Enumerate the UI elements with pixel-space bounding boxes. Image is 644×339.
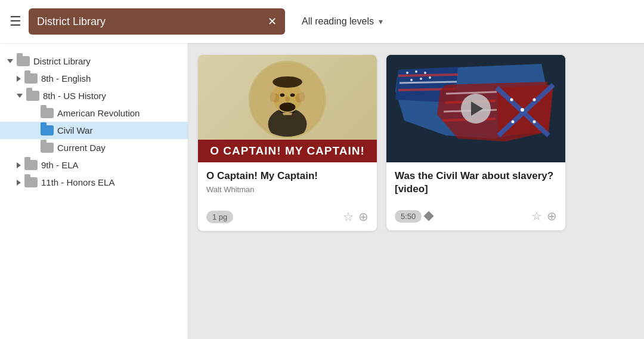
sidebar-item-label: Civil War	[57, 125, 92, 135]
card-caption: O CAPTAIN! MY CAPTAIN!	[198, 140, 377, 162]
sidebar-item-label: Current Day	[57, 143, 106, 153]
card-body-lincoln: O Captain! My Captain! Walt Whitman	[198, 162, 377, 205]
card-body-video: Was the Civil War about slavery? [video]	[386, 162, 565, 204]
folder-icon	[26, 91, 39, 101]
svg-line-17	[398, 75, 458, 76]
sidebar-item-11th-honors-ela[interactable]: 11th - Honors ELA	[0, 174, 188, 191]
svg-point-21	[415, 70, 417, 73]
svg-point-31	[510, 98, 513, 101]
sidebar-item-american-revolution[interactable]: American Revolution	[0, 104, 188, 122]
folder-icon-blue	[41, 125, 54, 135]
card-meta: 5:50	[395, 210, 432, 223]
sidebar: District Library 8th - English 8th - US …	[0, 43, 188, 339]
sidebar-item-8th-english[interactable]: 8th - English	[0, 70, 188, 87]
sidebar-item-civil-war[interactable]: Civil War	[0, 122, 188, 139]
main-layout: District Library 8th - English 8th - US …	[0, 43, 644, 339]
arrow-down-icon	[17, 94, 23, 98]
arrow-right-icon	[17, 180, 21, 186]
sidebar-item-current-day[interactable]: Current Day	[0, 139, 188, 156]
play-triangle-icon	[471, 101, 483, 116]
card-thumbnail-lincoln: O CAPTAIN! MY CAPTAIN!	[198, 55, 377, 162]
card-lincoln: O CAPTAIN! MY CAPTAIN! O Captain! My Cap…	[198, 55, 377, 231]
reading-level-text: All reading levels	[302, 16, 374, 27]
sidebar-item-label: American Revolution	[57, 108, 140, 118]
svg-point-6	[280, 94, 285, 97]
svg-point-22	[424, 72, 426, 74]
card-title: Was the Civil War about slavery? [video]	[395, 170, 557, 196]
svg-point-24	[420, 78, 422, 80]
folder-icon	[17, 56, 30, 66]
card-actions: ☆ ⊕	[531, 209, 557, 223]
sidebar-item-9th-ela[interactable]: 9th - ELA	[0, 156, 188, 174]
top-bar: ☰ District Library ✕ All reading levels …	[0, 0, 644, 43]
folder-icon	[41, 108, 54, 118]
content-area: O CAPTAIN! MY CAPTAIN! O Captain! My Cap…	[188, 43, 644, 339]
svg-point-34	[533, 121, 536, 124]
play-button[interactable]	[461, 94, 491, 124]
reading-level-filter[interactable]: All reading levels ▾	[302, 16, 383, 27]
arrow-right-icon	[17, 76, 21, 82]
sidebar-item-label: 9th - ELA	[41, 160, 79, 170]
svg-point-33	[512, 121, 515, 124]
hamburger-icon[interactable]: ☰	[10, 14, 21, 29]
svg-point-30	[521, 108, 524, 112]
card-footer-lincoln: 1 pg ☆ ⊕	[198, 205, 377, 231]
sidebar-item-label: District Library	[33, 56, 91, 66]
star-icon[interactable]: ☆	[531, 209, 542, 223]
folder-icon	[24, 160, 38, 170]
svg-point-32	[533, 98, 536, 101]
svg-line-18	[400, 82, 457, 83]
card-thumbnail-video	[386, 55, 565, 162]
svg-point-13	[299, 93, 305, 101]
card-author: Walt Whitman	[206, 185, 369, 194]
star-icon[interactable]: ☆	[343, 209, 354, 224]
svg-point-23	[410, 79, 413, 81]
sidebar-item-district-library[interactable]: District Library	[0, 53, 188, 70]
level-icon	[425, 212, 432, 220]
chevron-down-icon: ▾	[379, 17, 383, 26]
duration-badge: 5:50	[395, 210, 422, 223]
card-civil-war-video: Was the Civil War about slavery? [video]…	[386, 55, 565, 230]
svg-point-20	[406, 72, 408, 74]
svg-point-12	[270, 93, 275, 101]
sidebar-item-label: 8th - US History	[43, 91, 106, 101]
svg-point-5	[273, 76, 302, 88]
svg-point-9	[280, 103, 296, 112]
card-title: O Captain! My Captain!	[206, 170, 369, 183]
svg-point-25	[429, 76, 431, 79]
sidebar-item-8th-us-history[interactable]: 8th - US History	[0, 87, 188, 104]
search-bar[interactable]: District Library ✕	[29, 8, 285, 35]
folder-icon	[24, 73, 38, 84]
folder-icon	[41, 143, 54, 153]
svg-point-8	[285, 96, 290, 102]
lincoln-portrait	[249, 61, 326, 138]
arrow-down-icon	[7, 59, 13, 63]
card-meta: 1 pg	[206, 211, 233, 223]
arrow-right-icon	[17, 162, 21, 168]
sidebar-item-label: 8th - English	[41, 73, 91, 84]
search-bar-text: District Library	[37, 16, 262, 28]
plus-icon[interactable]: ⊕	[547, 209, 557, 223]
card-footer-video: 5:50 ☆ ⊕	[386, 204, 565, 230]
folder-icon	[24, 177, 38, 187]
svg-point-7	[290, 94, 295, 97]
plus-icon[interactable]: ⊕	[358, 209, 369, 224]
page-badge: 1 pg	[206, 211, 233, 223]
sidebar-item-label: 11th - Honors ELA	[41, 177, 114, 187]
card-actions: ☆ ⊕	[343, 209, 369, 224]
close-icon[interactable]: ✕	[268, 15, 277, 28]
